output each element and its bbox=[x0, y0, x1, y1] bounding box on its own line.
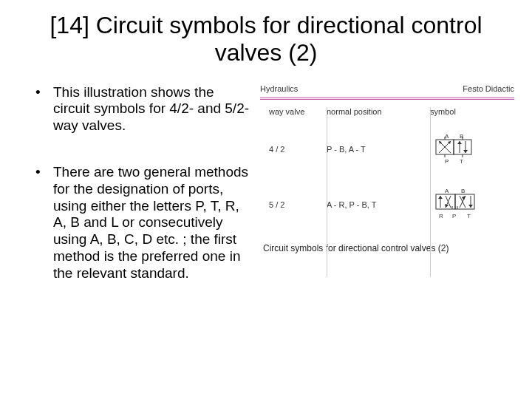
svg-marker-23 bbox=[438, 196, 443, 199]
svg-text:P: P bbox=[452, 213, 456, 219]
way-valve-cell: 5 / 2 bbox=[260, 200, 327, 209]
table-row: 5 / 2 A - R, P - B, T A B bbox=[260, 187, 514, 222]
svg-marker-29 bbox=[462, 196, 466, 200]
symbol-cell: A B bbox=[430, 132, 514, 166]
diagram-header-left: Hydraulics bbox=[260, 84, 312, 93]
svg-rect-3 bbox=[454, 140, 471, 154]
valve-symbol-4-2: A B bbox=[430, 132, 477, 165]
col-header: normal position bbox=[327, 107, 430, 116]
diagram-columns: way valve normal position symbol bbox=[260, 107, 514, 116]
svg-marker-32 bbox=[468, 205, 473, 208]
svg-text:B: B bbox=[460, 133, 463, 140]
divider bbox=[260, 98, 514, 100]
svg-marker-11 bbox=[463, 150, 468, 153]
col-header: symbol bbox=[430, 107, 514, 116]
normal-position-cell: A - R, P - B, T bbox=[327, 200, 430, 209]
bullet-item: This illustration shows the circuit symb… bbox=[35, 84, 254, 134]
svg-text:B: B bbox=[461, 188, 465, 194]
content: This illustration shows the circuit symb… bbox=[18, 84, 514, 312]
diagram-caption: Circuit symbols for directional control … bbox=[260, 243, 514, 253]
diagram-header-right: Festo Didactic bbox=[463, 84, 514, 93]
diagram-panel: Hydraulics Festo Didactic way valve norm… bbox=[254, 84, 514, 312]
svg-text:T: T bbox=[460, 158, 463, 165]
col-header: way valve bbox=[260, 107, 327, 116]
page-title: [14] Circuit symbols for directional con… bbox=[18, 12, 514, 66]
bullet-list: This illustration shows the circuit symb… bbox=[18, 84, 254, 312]
svg-marker-9 bbox=[457, 141, 462, 144]
bullet-item: There are two general methods for the de… bbox=[35, 164, 254, 282]
svg-text:R: R bbox=[439, 213, 443, 219]
normal-position-cell: P - B, A - T bbox=[327, 145, 430, 154]
symbol-cell: A B bbox=[430, 187, 514, 222]
svg-text:P: P bbox=[445, 158, 449, 165]
valve-symbol-5-2: A B bbox=[430, 187, 482, 221]
svg-text:A: A bbox=[445, 188, 449, 194]
svg-text:T: T bbox=[467, 213, 471, 219]
table-row: 4 / 2 P - B, A - T A B bbox=[260, 132, 514, 166]
way-valve-cell: 4 / 2 bbox=[260, 145, 327, 154]
svg-text:A: A bbox=[445, 133, 449, 140]
